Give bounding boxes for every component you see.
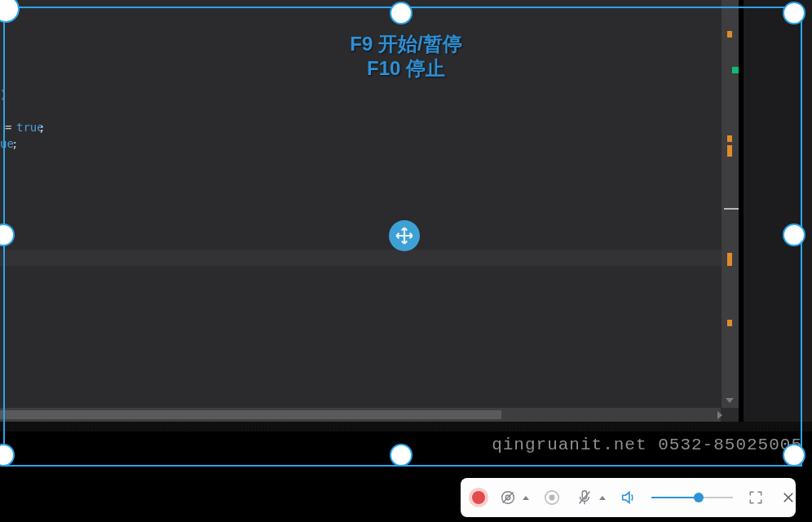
svg-point-4 <box>549 495 554 500</box>
editor-current-line <box>0 250 722 266</box>
selection-handle-top-mid[interactable] <box>390 2 413 24</box>
volume-slider-knob[interactable] <box>694 493 704 502</box>
mic-toggle-button[interactable] <box>575 488 594 507</box>
close-icon <box>781 490 796 505</box>
svg-line-2 <box>503 493 514 503</box>
recorder-hint-start-pause: F9 开始/暂停 <box>0 31 812 57</box>
fullscreen-button[interactable] <box>746 488 766 507</box>
mic-off-icon <box>576 489 594 507</box>
fullscreen-icon <box>748 489 764 506</box>
move-arrows-icon <box>394 225 415 246</box>
volume-button[interactable] <box>619 488 638 507</box>
webcam-off-icon <box>499 489 517 507</box>
overview-mark[interactable] <box>727 320 732 326</box>
selection-handle-mid-right[interactable] <box>783 223 805 246</box>
editor-bottom-strip <box>0 422 812 431</box>
overview-viewport-indicator[interactable] <box>724 208 739 210</box>
selection-handle-top-right[interactable] <box>783 2 805 24</box>
code-semicolon: ; <box>38 119 45 135</box>
system-audio-toggle-button[interactable] <box>542 488 562 507</box>
mic-options-dropdown[interactable] <box>599 496 606 500</box>
recorder-toolbar <box>461 478 796 517</box>
selection-handle-bottom-right[interactable] <box>783 444 805 467</box>
editor-hscroll-thumb[interactable] <box>0 410 501 419</box>
selection-handle-bottom-mid[interactable] <box>390 444 413 467</box>
selection-move-handle[interactable] <box>389 220 420 251</box>
volume-slider[interactable] <box>651 488 733 507</box>
editor-vscroll-arrow-down[interactable] <box>726 398 734 403</box>
volume-icon <box>620 489 638 507</box>
code-semicolon-2: ; <box>11 135 18 152</box>
overview-mark[interactable] <box>727 145 732 157</box>
overview-mark[interactable] <box>727 253 732 266</box>
record-button[interactable] <box>472 491 485 504</box>
system-audio-icon <box>543 489 561 507</box>
code-left-frag: ) <box>0 86 3 103</box>
watermark-text: qingruanit.net 0532-85025005 <box>492 436 802 454</box>
webcam-toggle-button[interactable] <box>498 488 518 507</box>
volume-slider-fill <box>651 497 699 498</box>
overview-mark[interactable] <box>727 135 732 142</box>
editor-hscroll-arrow-right[interactable] <box>717 411 722 419</box>
code-eq: = <box>5 119 11 135</box>
close-recorder-button[interactable] <box>779 488 798 507</box>
editor-horizontal-scrollbar[interactable] <box>0 408 721 422</box>
webcam-options-dropdown[interactable] <box>523 496 529 500</box>
recorder-hint-stop: F10 停止 <box>0 55 812 82</box>
